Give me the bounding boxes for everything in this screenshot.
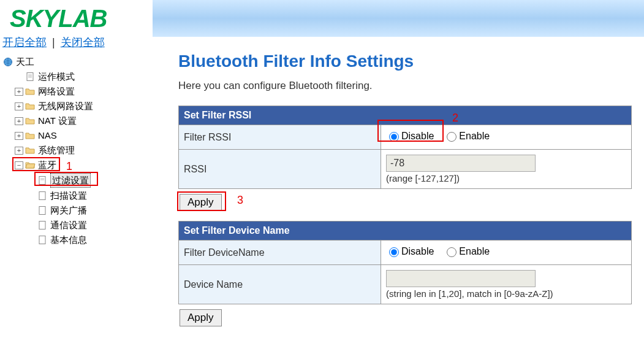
expand-icon[interactable]: + [15, 132, 23, 140]
top-links: 开启全部 | 关闭全部 [0, 35, 148, 55]
svg-rect-1 [27, 73, 33, 81]
folder-icon [25, 87, 36, 96]
tree-item-system[interactable]: + 系统管理 [2, 143, 145, 158]
folder-icon [25, 145, 36, 155]
collapse-icon[interactable]: − [15, 161, 23, 169]
devname-header: Set Filter Device Name [179, 222, 632, 241]
page-icon [37, 191, 48, 201]
tree-item-comm-settings[interactable]: 通信设置 [2, 218, 145, 233]
expand-icon[interactable]: + [15, 88, 23, 96]
filter-rssi-enable[interactable]: Enable [444, 130, 490, 142]
folder-open-icon [25, 160, 36, 170]
filter-devname-label: Filter DeviceName [179, 241, 381, 265]
folder-icon [25, 101, 36, 111]
filter-rssi-label: Filter RSSI [179, 125, 381, 150]
open-all-link[interactable]: 开启全部 [2, 36, 47, 48]
tree-item-nat[interactable]: + NAT 设置 [2, 114, 145, 128]
logo: SKYLAB [0, 0, 148, 35]
devname-filter-table: Set Filter Device Name Filter DeviceName… [178, 221, 632, 304]
devname-input[interactable] [386, 270, 536, 287]
tree-root-label[interactable]: 天工 [16, 55, 34, 69]
devname-label: Device Name [179, 265, 381, 304]
tree-item-network[interactable]: + 网络设置 [2, 84, 145, 99]
filter-rssi-disable-radio[interactable] [389, 132, 399, 142]
svg-rect-10 [39, 222, 45, 229]
page-icon [37, 220, 48, 230]
filter-rssi-enable-radio[interactable] [447, 132, 456, 142]
tree-item-wireless[interactable]: + 无线网路设置 [2, 99, 145, 114]
close-all-link[interactable]: 关闭全部 [61, 36, 105, 48]
tree-item-operation-mode[interactable]: 运作模式 [2, 69, 145, 84]
tree-item-gateway-broadcast[interactable]: 网关广播 [2, 203, 145, 218]
tree-item-nas[interactable]: + NAS [2, 128, 145, 143]
annotation-3: 3 [237, 194, 243, 207]
rssi-label: RSSI [179, 150, 381, 189]
folder-icon [25, 131, 36, 141]
filter-rssi-disable[interactable]: Disable [386, 130, 434, 142]
filter-devname-disable-radio[interactable] [389, 247, 399, 257]
page-subtitle: Here you can configure Bluetooth filteri… [178, 80, 632, 92]
apply-devname-button[interactable]: Apply [180, 309, 222, 326]
header-banner [153, 0, 644, 37]
expand-icon[interactable]: + [15, 147, 23, 155]
tree-item-basic-info[interactable]: 基本信息 [2, 233, 145, 247]
folder-icon [25, 116, 36, 126]
filter-devname-disable[interactable]: Disable [386, 245, 434, 257]
page-icon [37, 175, 48, 185]
nav-tree: 天工 运作模式 + 网络设置 + 无线 [0, 55, 148, 247]
tree-item-bluetooth[interactable]: − 蓝牙 [2, 158, 145, 172]
rssi-header: Set Filter RSSI [179, 106, 632, 125]
svg-rect-9 [39, 207, 45, 215]
rssi-input[interactable] [386, 155, 536, 172]
page-icon [25, 72, 36, 82]
apply-rssi-button[interactable]: Apply [180, 194, 222, 211]
tree-item-filter-settings[interactable]: 过滤设置 [2, 172, 145, 188]
devname-hint: (string len in [1,20], match in [0-9a-zA… [386, 288, 626, 299]
expand-icon[interactable]: + [15, 117, 23, 125]
filter-devname-enable[interactable]: Enable [444, 245, 490, 257]
svg-rect-11 [39, 236, 45, 244]
tree-item-scan-settings[interactable]: 扫描设置 [2, 188, 145, 203]
svg-rect-5 [39, 177, 45, 185]
rssi-filter-table: Set Filter RSSI Filter RSSI Disable Enab… [178, 106, 632, 189]
expand-icon[interactable]: + [15, 102, 23, 110]
filter-devname-enable-radio[interactable] [447, 247, 456, 257]
page-icon [37, 206, 48, 215]
svg-rect-8 [39, 192, 45, 200]
tree-root[interactable]: 天工 [2, 55, 145, 69]
page-title: Bluetooth Filter Info Settings [178, 52, 632, 71]
rssi-hint: (range [-127,127]) [386, 173, 626, 183]
page-icon [37, 235, 48, 245]
globe-icon [2, 57, 13, 67]
